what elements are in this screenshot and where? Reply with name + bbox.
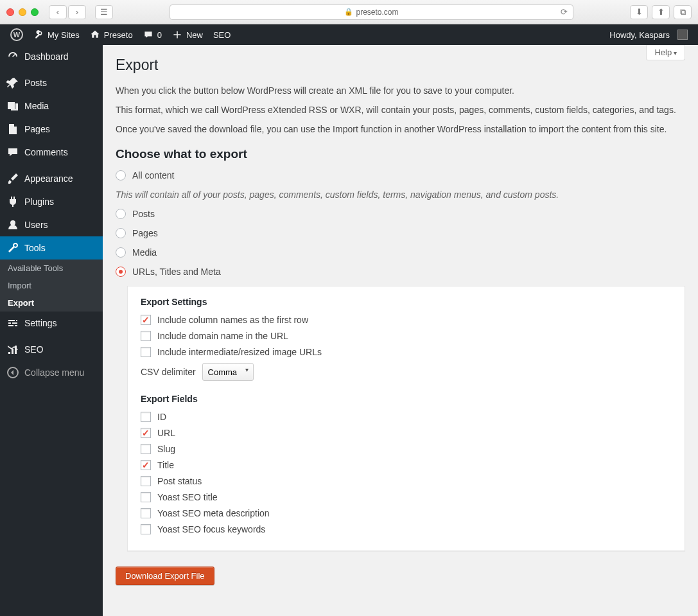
sidebar-item-label: SEO	[24, 344, 44, 355]
sidebar-item-dashboard[interactable]: Dashboard	[0, 45, 103, 68]
reload-icon[interactable]: ⟳	[561, 7, 568, 17]
tabs-button[interactable]: ⧉	[674, 5, 692, 19]
pin-icon	[6, 76, 19, 89]
checkbox-label: Include column names as the first row	[157, 315, 308, 325]
downloads-button[interactable]: ⬇	[630, 5, 648, 19]
field-check-row[interactable]: Slug	[141, 444, 672, 454]
browser-chrome: ‹ › ☰ 🔒 preseto.com ⟳ ⬇ ⬆ ⧉	[0, 0, 698, 24]
field-check-row[interactable]: URL	[141, 428, 672, 438]
radio-pages[interactable]: Pages	[116, 228, 685, 238]
sidebar-item-plugins[interactable]: Plugins	[0, 190, 103, 213]
seo-label: SEO	[213, 30, 231, 40]
back-button[interactable]: ‹	[49, 5, 67, 19]
collapse-icon	[6, 366, 19, 379]
sidebar-item-posts[interactable]: Posts	[0, 71, 103, 94]
all-content-hint: This will contain all of your posts, pag…	[116, 189, 685, 200]
admin-sidebar: Dashboard Posts Media Pages Comments App…	[0, 45, 103, 616]
radio-input[interactable]	[116, 228, 126, 238]
new-label: New	[186, 30, 203, 40]
radio-label: URLs, Titles and Meta	[132, 267, 221, 277]
download-export-button[interactable]: Download Export File	[116, 567, 214, 585]
radio-media[interactable]: Media	[116, 247, 685, 258]
sidebar-item-media[interactable]: Media	[0, 94, 103, 118]
field-check-row[interactable]: Yoast SEO meta description	[141, 508, 672, 518]
checkbox-input[interactable]	[141, 315, 151, 325]
field-check-row[interactable]: Post status	[141, 476, 672, 486]
site-name-menu[interactable]: Preseto	[85, 24, 138, 45]
export-desc-2: This format, which we call WordPress eXt…	[116, 105, 685, 115]
export-settings-heading: Export Settings	[141, 297, 672, 307]
my-sites-menu[interactable]: My Sites	[28, 24, 85, 45]
setting-check-row[interactable]: Include domain name in the URL	[141, 331, 672, 341]
sidebar-item-settings[interactable]: Settings	[0, 312, 103, 335]
forward-button[interactable]: ›	[68, 5, 86, 19]
checkbox-input[interactable]	[141, 412, 151, 422]
main-content: Help Export When you click the button be…	[103, 45, 698, 616]
sidebar-item-appearance[interactable]: Appearance	[0, 167, 103, 190]
csv-delimiter-select[interactable]: Comma	[202, 363, 254, 381]
checkbox-input[interactable]	[141, 460, 151, 470]
checkbox-input[interactable]	[141, 444, 151, 454]
radio-posts[interactable]: Posts	[116, 209, 685, 219]
minimize-window-button[interactable]	[19, 8, 26, 16]
checkbox-input[interactable]	[141, 524, 151, 534]
radio-input[interactable]	[116, 247, 126, 258]
wp-admin-bar: W My Sites Preseto 0 New SEO Howdy, Kasp…	[0, 24, 698, 45]
sidebar-item-users[interactable]: Users	[0, 213, 103, 236]
export-fields-heading: Export Fields	[141, 394, 672, 404]
help-tab[interactable]: Help	[646, 45, 685, 60]
radio-input[interactable]	[116, 170, 126, 180]
close-window-button[interactable]	[6, 8, 14, 16]
sidebar-item-label: Posts	[24, 78, 47, 88]
comments-menu[interactable]: 0	[138, 24, 167, 45]
plus-icon	[172, 30, 182, 40]
sidebar-item-seo[interactable]: SEO	[0, 338, 103, 361]
checkbox-input[interactable]	[141, 331, 151, 341]
sidebar-toggle-button[interactable]: ☰	[95, 5, 113, 19]
checkbox-input[interactable]	[141, 428, 151, 438]
wrench-icon	[6, 242, 19, 254]
radio-all-content[interactable]: All content	[116, 170, 685, 180]
submenu-import[interactable]: Import	[0, 277, 103, 294]
sidebar-item-comments[interactable]: Comments	[0, 141, 103, 164]
avatar	[677, 30, 688, 40]
user-menu[interactable]: Howdy, Kaspars	[604, 24, 693, 45]
setting-check-row[interactable]: Include intermediate/resized image URLs	[141, 347, 672, 357]
seo-menu[interactable]: SEO	[208, 24, 236, 45]
checkbox-input[interactable]	[141, 492, 151, 502]
radio-label: Posts	[132, 209, 155, 219]
submenu-export[interactable]: Export	[0, 294, 103, 312]
checkbox-input[interactable]	[141, 476, 151, 486]
seo-icon	[6, 343, 19, 356]
wp-logo-menu[interactable]: W	[5, 24, 28, 45]
sidebar-collapse[interactable]: Collapse menu	[0, 361, 103, 384]
key-icon	[33, 30, 44, 40]
sidebar-item-tools[interactable]: Tools	[0, 236, 103, 260]
radio-urls-titles-meta[interactable]: URLs, Titles and Meta	[116, 267, 685, 277]
field-check-row[interactable]: Yoast SEO focus keywords	[141, 524, 672, 534]
maximize-window-button[interactable]	[31, 8, 39, 16]
traffic-lights	[6, 8, 39, 16]
user-icon	[6, 218, 19, 231]
checkbox-input[interactable]	[141, 347, 151, 357]
radio-input[interactable]	[116, 267, 126, 277]
radio-label: All content	[132, 170, 174, 180]
share-button[interactable]: ⬆	[652, 5, 670, 19]
field-check-row[interactable]: Yoast SEO title	[141, 492, 672, 502]
field-check-row[interactable]: Title	[141, 460, 672, 470]
submenu-available-tools[interactable]: Available Tools	[0, 260, 103, 277]
field-check-row[interactable]: ID	[141, 412, 672, 422]
checkbox-label: ID	[157, 412, 166, 422]
setting-check-row[interactable]: Include column names as the first row	[141, 315, 672, 325]
checkbox-input[interactable]	[141, 508, 151, 518]
export-settings-box: Export Settings Include column names as …	[127, 286, 685, 551]
tools-submenu: Available Tools Import Export	[0, 260, 103, 312]
radio-label: Pages	[132, 228, 158, 238]
sidebar-item-pages[interactable]: Pages	[0, 118, 103, 141]
lock-icon: 🔒	[344, 8, 353, 16]
new-content-menu[interactable]: New	[167, 24, 208, 45]
checkbox-label: URL	[157, 428, 175, 438]
radio-input[interactable]	[116, 209, 126, 219]
address-bar[interactable]: 🔒 preseto.com ⟳	[170, 4, 573, 20]
sidebar-item-label: Comments	[24, 147, 68, 157]
